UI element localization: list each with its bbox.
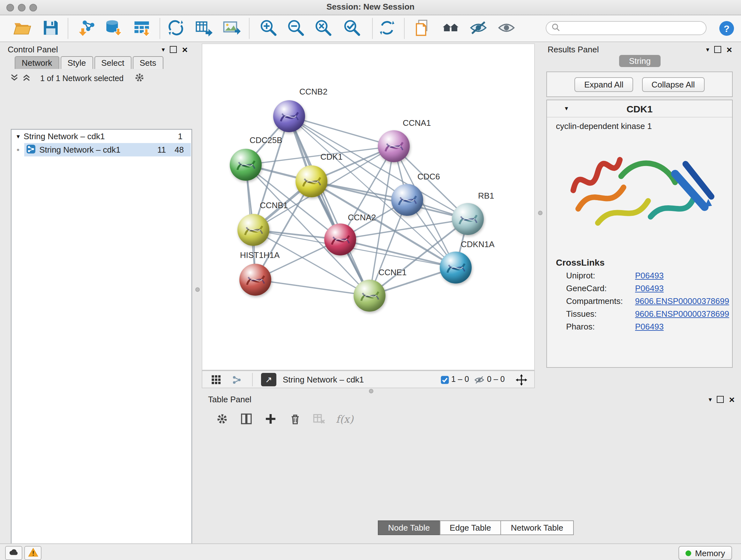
results-tab-string[interactable]: String — [542, 56, 737, 66]
crosslink-uniprot[interactable]: P06493 — [635, 271, 664, 280]
maximize-panel-icon[interactable] — [717, 396, 724, 403]
select-columns-icon[interactable] — [238, 410, 255, 428]
network-node-CDC6[interactable] — [391, 184, 423, 216]
clone-network-button[interactable] — [192, 18, 214, 39]
tab-node-table[interactable]: Node Table — [378, 520, 440, 535]
network-view[interactable]: CCNB2CCNA1CDC25BCDK1CDC6RB1CCNB1CCNA2CDK… — [202, 44, 535, 370]
disclosure-triangle-icon[interactable]: ▾ — [17, 133, 20, 139]
zoom-selected-button[interactable] — [341, 18, 362, 39]
network-collection-row[interactable]: ▾ String Network – cdk1 1 — [11, 130, 192, 143]
add-row-icon[interactable] — [262, 410, 280, 428]
network-node-CCNB2[interactable] — [273, 100, 305, 132]
close-panel-icon[interactable]: × — [182, 45, 188, 54]
open-session-button[interactable] — [11, 18, 32, 39]
memory-button[interactable]: Memory — [678, 546, 732, 560]
external-arrow-icon: ↗ — [265, 375, 272, 384]
import-table-from-file-button[interactable] — [131, 18, 152, 39]
network-node-CCNB1[interactable] — [238, 214, 269, 246]
show-all-button[interactable] — [495, 18, 517, 39]
network-node-CCNE1[interactable] — [354, 280, 386, 312]
float-panel-icon[interactable]: ▾ — [709, 396, 712, 402]
network-node-CDC25B[interactable] — [230, 149, 262, 181]
share-network-icon[interactable] — [230, 374, 243, 386]
open-in-window-button[interactable]: ↗ — [261, 373, 276, 386]
network-node-CDK1[interactable] — [295, 165, 327, 197]
collapse-all-button[interactable]: Collapse All — [642, 77, 704, 91]
expand-all-button[interactable]: Expand All — [575, 77, 633, 91]
crosslink-tissues[interactable]: 9606.ENSP00000378699 — [635, 309, 729, 319]
maximize-panel-icon[interactable] — [170, 46, 177, 53]
tab-network[interactable]: Network — [15, 56, 59, 69]
hide-selected-button[interactable] — [467, 18, 489, 39]
crosslink-pharos[interactable]: P06493 — [635, 322, 664, 331]
vertical-splitter-handle[interactable] — [538, 211, 542, 215]
maximize-panel-icon[interactable] — [714, 46, 721, 53]
vertical-splitter-handle[interactable] — [195, 287, 200, 292]
float-panel-icon[interactable]: ▾ — [706, 46, 709, 53]
network-node-CCNA1[interactable] — [378, 130, 410, 162]
command-document-button[interactable] — [411, 18, 433, 39]
cytoscape-window: Session: New Session — [0, 0, 741, 560]
network-node-RB1[interactable] — [452, 203, 484, 235]
home-neighbors-button[interactable] — [440, 18, 461, 39]
zoom-fit-icon — [314, 18, 332, 39]
status-bar: Memory — [0, 543, 741, 560]
tab-network-table[interactable]: Network Table — [501, 520, 574, 535]
zoom-out-button[interactable] — [285, 18, 307, 39]
network-node-CCNA2[interactable] — [324, 224, 356, 255]
collection-count: 1 — [178, 132, 183, 141]
close-panel-icon[interactable]: × — [729, 395, 735, 404]
zoom-in-button[interactable] — [257, 18, 279, 39]
toolbar-separator — [68, 18, 68, 39]
help-button[interactable]: ? — [719, 21, 734, 36]
network-row[interactable]: • String Network – cdk1 11 48 — [11, 143, 192, 157]
table-gear-icon[interactable] — [213, 410, 231, 428]
network-node-CDKN1A[interactable] — [440, 252, 472, 284]
collapse-all-icon[interactable] — [10, 73, 19, 84]
import-network-from-database-button[interactable] — [102, 18, 124, 39]
crosslinks-title: CrossLinks — [547, 251, 732, 267]
tab-edge-table[interactable]: Edge Table — [440, 520, 501, 535]
selected-count: 1 – 0 — [451, 375, 469, 384]
protein-card: ▾ CDK1 cyclin-dependent kinase 1 CrossLi… — [546, 100, 733, 368]
selected-checkbox-icon[interactable] — [439, 374, 451, 386]
toolbar-separator — [372, 18, 373, 39]
control-panel: Control Panel ▾ × Network Style Select S… — [3, 44, 193, 540]
import-network-icon — [77, 18, 95, 39]
pan-crosshair-icon[interactable] — [515, 374, 528, 386]
network-node-HIST1H1A[interactable] — [239, 264, 271, 296]
warnings-button[interactable] — [24, 546, 42, 560]
tab-select[interactable]: Select — [94, 56, 131, 69]
close-panel-icon[interactable]: × — [726, 45, 732, 54]
gear-icon[interactable] — [134, 72, 145, 85]
collapse-section-icon[interactable]: ▾ — [565, 105, 568, 112]
expand-all-icon[interactable] — [22, 73, 31, 84]
tab-style[interactable]: Style — [60, 56, 93, 69]
crosslink-compartments[interactable]: 9606.ENSP00000378699 — [635, 296, 729, 306]
titlebar: Session: New Session — [0, 0, 741, 15]
import-network-from-file-button[interactable] — [75, 18, 97, 39]
grid-view-icon[interactable] — [210, 374, 223, 386]
horizontal-splitter-handle[interactable] — [369, 389, 374, 393]
export-image-button[interactable] — [220, 18, 242, 39]
float-panel-icon[interactable]: ▾ — [161, 46, 165, 53]
node-label-CCNB1: CCNB1 — [260, 200, 288, 210]
houses-icon — [441, 18, 460, 39]
tab-sets[interactable]: Sets — [132, 56, 163, 69]
save-session-button[interactable] — [40, 18, 61, 39]
apply-layout-button[interactable] — [376, 18, 398, 39]
memory-status-dot — [685, 550, 691, 556]
crosslink-genecard[interactable]: P06493 — [635, 284, 664, 293]
function-builder-button[interactable]: f(x) — [336, 410, 354, 428]
zoom-fit-button[interactable] — [312, 18, 334, 39]
hidden-eye-slash-icon[interactable] — [473, 374, 486, 386]
network-nodes-layer: CCNB2CCNA1CDC25BCDK1CDC6RB1CCNB1CCNA2CDK… — [202, 44, 535, 370]
node-label-CCNB2: CCNB2 — [299, 87, 327, 97]
open-folder-icon — [12, 18, 31, 39]
window-title: Session: New Session — [0, 2, 741, 11]
delete-row-icon[interactable] — [286, 410, 304, 428]
cloud-status-button[interactable] — [5, 546, 22, 560]
search-input[interactable] — [546, 21, 706, 35]
new-network-from-selection-button[interactable] — [165, 18, 186, 39]
node-label-HIST1H1A: HIST1H1A — [240, 250, 280, 260]
